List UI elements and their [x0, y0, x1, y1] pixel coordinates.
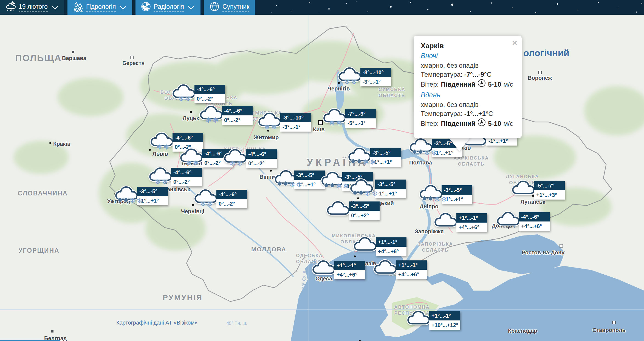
radiation-icon [141, 2, 151, 13]
snowflake-icon: ❄ [264, 123, 270, 131]
tab-label: Гідрологія [86, 3, 116, 12]
night-temperature: -3°...-5° [370, 148, 401, 157]
temperature-label[interactable]: -3°...-5°0°...+2° [349, 201, 380, 220]
cloud-icon [353, 235, 378, 253]
temperature-label[interactable]: -7°...-9°-5°...-3° [345, 109, 376, 128]
temperature-label[interactable]: -4°...-6°+4°...+6° [519, 212, 550, 231]
city-label[interactable]: Краснодар [508, 328, 537, 334]
temperature-label[interactable]: -4°...-6°0°...-2° [222, 106, 253, 125]
city-label[interactable]: Луганськ [521, 199, 545, 205]
wind-direction-icon [478, 118, 486, 129]
legend-button[interactable]: i Умовні позначки [0, 340, 60, 341]
temperature-label[interactable]: -8°...-10°-3°...-1° [280, 113, 311, 132]
precipitation-icons: ❄❄ [412, 149, 437, 157]
tab-satellite[interactable]: Супутник [204, 0, 255, 15]
day-temperature: +4°...+6° [456, 223, 487, 232]
precipitation-icons: ❄❄ [200, 200, 213, 208]
night-temperature: +1°...-1° [376, 237, 406, 247]
star-icon [470, 11, 471, 12]
day-temperature: +10°...+12° [429, 320, 460, 330]
temperature-label[interactable]: -5°...-7°+1°...+3° [534, 181, 565, 200]
raindrop-icon [418, 149, 423, 154]
snowflake-icon: ❄ [156, 143, 162, 151]
tab-date[interactable]: 19 лютого [0, 0, 64, 15]
tab-hydrology[interactable]: Гідрологія [67, 0, 132, 15]
snowflake-icon: ❄ [431, 149, 437, 157]
city-label[interactable]: Луцьк [183, 115, 199, 121]
tab-label: Радіологія [154, 3, 184, 12]
temperature-label[interactable]: +1°...-1°+4°...+6° [376, 237, 406, 256]
popup-condition-day: хмарно, без опадів [421, 100, 515, 109]
snowflake-icon: ❄ [351, 78, 357, 86]
city-label[interactable]: Львів [152, 151, 168, 157]
temperature-label[interactable]: -3°...-5°-1°...+1° [375, 180, 406, 198]
snowflake-icon: ❄ [271, 123, 277, 131]
snowflake-icon: ❄ [230, 159, 236, 168]
city-marker-bsquare [51, 330, 53, 333]
snowflake-icon: ❄ [370, 158, 376, 166]
temperature-label[interactable]: -4°...-6°0°...-2° [246, 149, 277, 168]
city-label[interactable]: Полтава [409, 160, 432, 166]
precipitation-icons: ❄❄ [230, 159, 243, 168]
snowflake-icon: ❄ [129, 197, 136, 205]
city-marker-dot [49, 142, 51, 144]
raindrop-icon [324, 183, 329, 188]
map-attribution: Картографічні дані АТ «Візіком» [116, 320, 197, 326]
snowflake-icon: ❄ [137, 197, 143, 205]
city-label[interactable]: Ростов-на-Дону [522, 249, 564, 256]
star-icon [427, 9, 428, 10]
snowflake-icon: ❄ [336, 182, 342, 191]
region-label: СУМСЬКАОБЛАСТЬ [379, 87, 405, 99]
snowflake-icon: ❄ [365, 189, 371, 198]
star-icon [320, 13, 320, 13]
city-label[interactable]: Чернівці [181, 208, 204, 215]
precipitation-icons: ❄❄ [344, 78, 357, 86]
temperature-label[interactable]: +1°...-1°+4°...+6° [396, 260, 427, 279]
city-label[interactable]: Чернігів [327, 86, 350, 92]
temperature-label[interactable]: -4°...-6°0°...-2° [194, 85, 225, 103]
latitude-label: 45° Пн. ш. [227, 321, 247, 326]
temperature-label[interactable]: +1°...-1°+4°...+6° [334, 261, 365, 279]
city-label[interactable]: Воронеж [528, 75, 552, 81]
temperature-label[interactable]: +1°...-1°+4°...+6° [456, 213, 487, 232]
day-temperature: 0°...-2° [246, 159, 277, 168]
city-label[interactable]: Житомир [254, 134, 279, 141]
region-label: ЗАПОРІЗЬКАОБЛАСТЬ [417, 241, 453, 253]
hydrology-icon [73, 1, 83, 13]
day-temperature: +4°...+6° [519, 221, 550, 231]
raindrop-icon [352, 190, 357, 195]
city-label[interactable]: Дніпро [420, 203, 438, 210]
city-label[interactable]: Краків [53, 141, 70, 147]
night-temperature: -4°...-6° [216, 190, 247, 199]
day-temperature: 0°...-2° [171, 177, 202, 186]
close-icon[interactable]: × [512, 38, 517, 47]
city-label[interactable]: Варшава [62, 55, 86, 61]
city-label[interactable]: Берестя [122, 60, 145, 66]
map-canvas[interactable]: ПОЛЬЩАУКРАЇНАСЛОВАЧЧИНАУГОРЩИНАРУМУНІЯМО… [0, 15, 644, 341]
raindrop-icon [428, 196, 433, 201]
temperature-label[interactable]: -8°...-10°-3°...-1° [360, 68, 391, 86]
city-label[interactable]: Ставрополь [592, 327, 626, 333]
star-icon [598, 2, 599, 3]
city-label[interactable]: Київ [313, 126, 324, 133]
night-temperature: -3°...-5° [137, 187, 168, 196]
temperature-label[interactable]: +1°...-1°+10°...+12° [429, 311, 460, 330]
city-label[interactable]: Запоріжжя [415, 228, 444, 235]
raindrop-icon [412, 149, 417, 154]
cloud-icon [373, 258, 398, 276]
city-marker-bsquare [72, 51, 74, 53]
day-temperature: +4°...+6° [396, 270, 427, 279]
snowflake-icon: ❄ [213, 116, 219, 124]
snowflake-icon: ❄ [372, 189, 378, 198]
temperature-label[interactable]: -4°...-6°0°...-2° [216, 190, 247, 208]
tab-radiology[interactable]: Радіологія [135, 0, 200, 15]
weather-popup: × Харків Вночі хмарно, без опадів Темпер… [414, 36, 522, 138]
star-icon [368, 11, 368, 12]
city-marker-dot [354, 255, 356, 257]
temperature-label[interactable]: -4°...-6°0°...-2° [171, 168, 202, 186]
snowflake-icon: ❄ [329, 119, 335, 127]
popup-temp-day: Температура: -1°...+1°С [421, 109, 515, 118]
day-temperature: 0°...+2° [349, 211, 380, 220]
city-marker-osquare [560, 244, 563, 248]
night-temperature: +1°...-1° [456, 213, 487, 223]
